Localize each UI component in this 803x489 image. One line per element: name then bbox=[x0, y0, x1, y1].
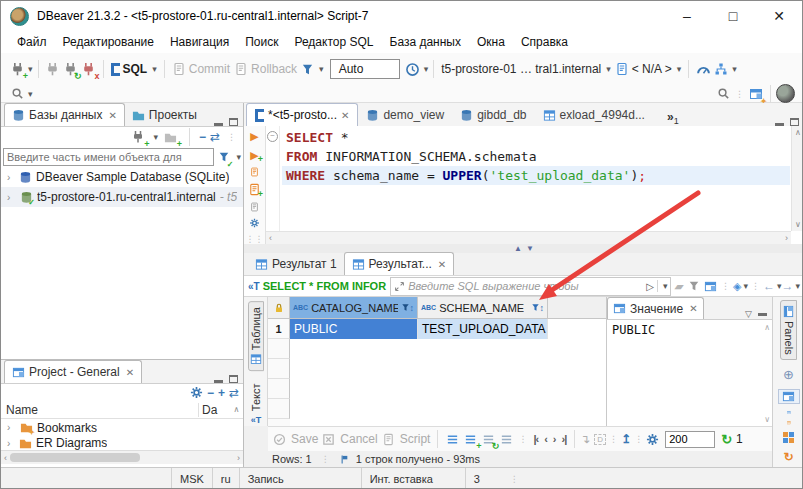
tab-databases[interactable]: Базы данных ✕ bbox=[4, 103, 125, 126]
filter-dropdown-icon[interactable]: ▾ bbox=[236, 152, 241, 162]
transaction-history-dropdown-icon[interactable]: ▾ bbox=[424, 64, 429, 74]
value-scroll-up-icon[interactable]: ∧ bbox=[764, 323, 770, 332]
sql-editor-button[interactable]: SQL▾ bbox=[111, 62, 157, 76]
search-icon[interactable] bbox=[8, 85, 26, 103]
switch-presentation-icon[interactable]: ↻ bbox=[783, 450, 793, 464]
filter-history-dropdown-icon[interactable]: ▾ bbox=[663, 281, 668, 291]
value-view-icon[interactable] bbox=[778, 389, 800, 404]
commit-button[interactable]: Commit bbox=[172, 62, 230, 76]
clear-filter-eraser-icon[interactable]: ▰ bbox=[674, 280, 685, 293]
export-data-icon[interactable]: ↥ bbox=[621, 432, 631, 446]
rollback-button[interactable]: Rollback bbox=[234, 62, 297, 76]
value-panel-menu-icon[interactable]: ▽ bbox=[745, 309, 752, 319]
column-header-schema-name[interactable]: ABC SCHEMA_NAME ↕ bbox=[418, 297, 548, 319]
layout-options-icon[interactable]: ◈ bbox=[733, 280, 741, 293]
expander-icon[interactable]: › bbox=[7, 172, 15, 183]
perspective-globe-icon[interactable] bbox=[776, 84, 795, 103]
menu-search[interactable]: Поиск bbox=[237, 35, 286, 49]
scroll-up-icon[interactable]: ∧ bbox=[795, 128, 801, 137]
editor-vscrollbar[interactable]: ∧∨ bbox=[791, 126, 803, 231]
project-settings-gear-icon[interactable] bbox=[190, 386, 203, 399]
scroll-right-icon[interactable]: › bbox=[234, 453, 243, 463]
scroll-left-icon[interactable]: ‹ bbox=[269, 233, 272, 243]
nav-forward-dropdown-icon[interactable]: ▾ bbox=[795, 281, 800, 291]
editor-results-splitter[interactable]: ▲▼ bbox=[244, 244, 803, 253]
tab-close-icon[interactable]: ✕ bbox=[341, 110, 349, 121]
minimize-value-panel-icon[interactable] bbox=[758, 313, 767, 316]
execute-script-new-tab-icon[interactable] bbox=[248, 183, 261, 196]
explain-plan-icon[interactable] bbox=[248, 202, 261, 212]
editor-settings-gear-icon[interactable] bbox=[248, 218, 261, 228]
connect-icon[interactable] bbox=[44, 60, 62, 78]
add-row-icon[interactable] bbox=[461, 430, 479, 448]
menu-navigation[interactable]: Навигация bbox=[162, 35, 237, 49]
close-button[interactable]: ✕ bbox=[756, 1, 802, 31]
commit-mode-combo[interactable]: Auto bbox=[330, 59, 400, 79]
panels-tab[interactable]: Panels bbox=[780, 300, 797, 360]
link-editor-icon[interactable]: ⇄ bbox=[229, 386, 239, 400]
splitter-up-icon[interactable]: ▲ bbox=[514, 244, 522, 253]
object-filter-input[interactable] bbox=[3, 148, 214, 166]
tab-result-1[interactable]: Результат 1 bbox=[248, 253, 344, 275]
filter-expression-box[interactable]: Введите SQL выражение чтобы ▷ ▾ bbox=[390, 277, 671, 296]
scroll-left-icon[interactable]: ‹ bbox=[1, 453, 10, 463]
apply-filter-icon[interactable]: ▷ bbox=[646, 281, 654, 292]
sql-text[interactable]: SELECT * FROM INFORMATION_SCHEMA.schemat… bbox=[282, 128, 790, 185]
scrollbar-thumb[interactable] bbox=[10, 453, 140, 462]
menu-help[interactable]: Справка bbox=[513, 35, 576, 49]
fetch-page-icon[interactable]: ↴ bbox=[580, 432, 590, 446]
cancel-button[interactable]: Cancel bbox=[322, 432, 377, 446]
scroll-down-icon[interactable]: ∨ bbox=[795, 220, 801, 229]
tab-close-icon[interactable]: ✕ bbox=[438, 259, 446, 270]
minimize-button[interactable]: – bbox=[664, 1, 710, 31]
refresh-icon[interactable]: ↻ bbox=[721, 432, 732, 447]
menu-database[interactable]: База данных bbox=[382, 35, 469, 49]
transaction-log-button[interactable]: ▾ bbox=[301, 63, 324, 76]
scroll-up-icon[interactable]: ∧ bbox=[230, 405, 243, 414]
expand-filter-icon[interactable] bbox=[394, 281, 405, 292]
column-name[interactable]: Name bbox=[1, 403, 198, 417]
maximize-panel-icon[interactable] bbox=[229, 375, 238, 383]
open-perspective-icon[interactable] bbox=[747, 85, 765, 103]
duplicate-row-icon[interactable] bbox=[479, 430, 497, 448]
expand-all-icon[interactable]: + bbox=[218, 386, 225, 400]
view-tab-grid[interactable]: Таблица bbox=[248, 301, 264, 371]
tasks-dropdown-icon[interactable]: ▾ bbox=[732, 64, 737, 74]
link-editor-icon[interactable]: ⇄ bbox=[210, 130, 220, 144]
next-row-icon[interactable]: › bbox=[553, 433, 556, 445]
maximize-panel-icon[interactable] bbox=[229, 118, 238, 126]
sql-dropdown-icon[interactable]: ▾ bbox=[152, 64, 157, 74]
quick-search-icon[interactable] bbox=[714, 85, 732, 103]
view-tab-text[interactable]: «T Текст bbox=[249, 379, 263, 426]
metadata-view-icon[interactable] bbox=[783, 432, 794, 443]
tab-exload[interactable]: exload_4994d... bbox=[535, 104, 653, 126]
search-dropdown-icon[interactable]: ▾ bbox=[28, 89, 33, 99]
disconnect-icon[interactable] bbox=[80, 60, 98, 78]
delete-row-icon[interactable] bbox=[497, 430, 515, 448]
editor-hscrollbar[interactable]: ‹› bbox=[266, 231, 791, 244]
dashboard-icon[interactable] bbox=[694, 60, 712, 78]
fetch-size-input[interactable] bbox=[665, 431, 715, 448]
layout-dropdown-icon[interactable]: ▾ bbox=[743, 281, 748, 291]
tasks-icon[interactable] bbox=[712, 60, 730, 78]
data-grid[interactable]: 1 ABC CATALOG_NAME ↕ PUBLIC bbox=[268, 297, 606, 426]
menu-windows[interactable]: Окна bbox=[469, 35, 513, 49]
tab-close-icon[interactable]: ✕ bbox=[108, 110, 116, 121]
collapse-all-icon[interactable]: − bbox=[199, 130, 206, 144]
save-button[interactable]: Save bbox=[273, 432, 318, 446]
cell-catalog-name[interactable]: PUBLIC bbox=[290, 319, 418, 339]
filter-settings-icon[interactable] bbox=[217, 148, 231, 166]
execute-new-tab-icon[interactable]: ▶ bbox=[248, 149, 261, 161]
navigator-new-connection-icon[interactable] bbox=[129, 128, 147, 146]
execute-statement-icon[interactable]: ▶ bbox=[250, 130, 258, 143]
menu-sql-editor[interactable]: Редактор SQL bbox=[286, 35, 381, 49]
tree-item-t5-prostore[interactable]: › t5-prostore-01.ru-central1.internal - … bbox=[1, 187, 243, 207]
project-hscrollbar[interactable]: ‹ › bbox=[1, 450, 243, 464]
tree-item-sample-database[interactable]: › DBeaver Sample Database (SQLite) bbox=[1, 167, 243, 187]
sql-editor[interactable]: ▶ ▶ ⋮⋮ − SELECT * FROM INFORMATION_SCHEM… bbox=[244, 126, 803, 244]
minimize-panel-icon[interactable] bbox=[214, 123, 223, 126]
save-filter-icon[interactable] bbox=[704, 277, 718, 295]
expander-icon[interactable]: › bbox=[7, 438, 15, 449]
new-connection-icon[interactable] bbox=[8, 60, 26, 78]
value-panel-content[interactable]: PUBLIC bbox=[607, 320, 772, 340]
